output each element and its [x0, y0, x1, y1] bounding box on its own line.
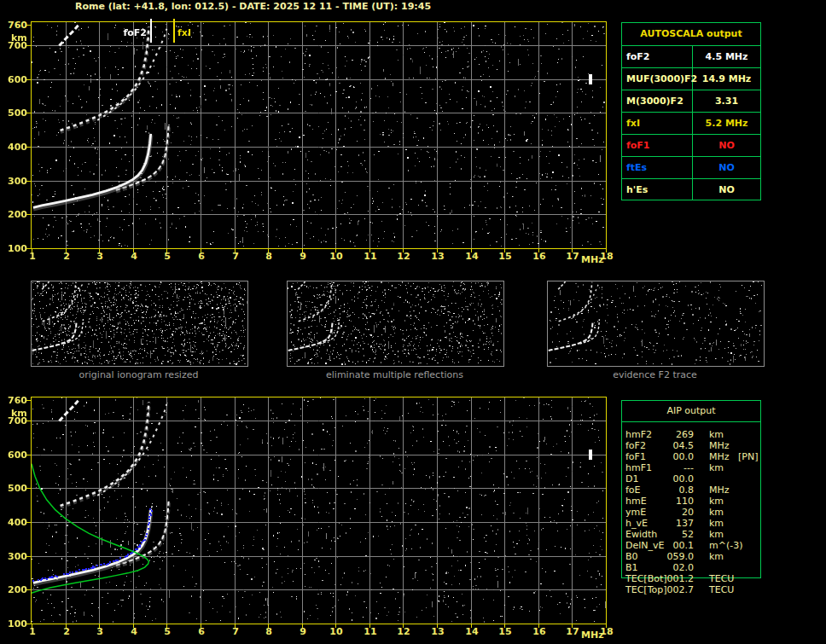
y-axis-tick-label: 760: [0, 396, 27, 405]
aip-row-value: 00.0: [647, 451, 694, 462]
aip-row-B0: B0059.0km: [621, 551, 775, 562]
aip-row-value: 110: [647, 496, 694, 507]
autoscala-row-value: 5.2 MHz: [693, 113, 760, 134]
aip-row-label: hmE: [625, 496, 647, 507]
x-axis-tick: [403, 249, 404, 252]
autoscala-row-label: foF1: [622, 135, 693, 156]
y-axis-tick-label: 400: [0, 142, 27, 152]
autoscala-row-value: 14.9 MHz: [693, 68, 760, 90]
y-axis-tick: [26, 45, 31, 46]
aip-row-foE: foE0.8MHz: [621, 484, 775, 496]
aip-row-hmF1: hmF1---km: [621, 462, 775, 473]
y-axis-tick: [26, 455, 31, 455]
x-axis-unit-label: MHz: [581, 255, 604, 264]
x-axis-tick: [235, 249, 236, 252]
y-axis-tick-label: 500: [0, 484, 27, 493]
thumbnail-eliminate-reflections: [287, 281, 504, 367]
aip-row-label: ymE: [625, 507, 646, 518]
thumbnail-caption-evidence: evidence F2 trace: [546, 370, 764, 380]
autoscala-row-MUF3000F2: MUF(3000)F214.9 MHz: [622, 67, 760, 90]
x-axis-tick-label: 13: [428, 627, 447, 636]
y-axis-tick-label: 200: [0, 210, 27, 219]
marker-label-fxI: fxI: [177, 28, 191, 38]
aip-row-unit: TECU: [709, 573, 734, 584]
aip-row-Ewidth: Ewidth52km: [621, 529, 775, 540]
autoscala-row-label: fxI: [622, 113, 693, 134]
x-axis-tick-label: 9: [294, 627, 312, 636]
x-axis-tick-label: 11: [361, 252, 380, 261]
autoscala-row-value: NO: [693, 157, 760, 178]
aip-row-label: h_vE: [625, 518, 648, 529]
aip-row-unit: TECU: [709, 584, 734, 595]
aip-row-hmF2: hmF2269km: [621, 429, 775, 440]
y-axis-tick: [26, 147, 31, 148]
aip-row-value: ---: [647, 462, 694, 473]
aip-row-value: 059.0: [647, 551, 694, 562]
autoscala-row-foF2: foF24.5 MHz: [622, 45, 760, 67]
x-axis-tick-label: 15: [496, 252, 515, 261]
aip-row-label: foF1: [625, 451, 646, 462]
x-axis-tick: [166, 249, 167, 252]
x-axis-tick-label: 5: [158, 252, 177, 261]
y-axis-tick: [26, 589, 31, 590]
marker-line-fxI: [173, 19, 175, 43]
autoscala-row-hEs: h'EsNO: [622, 178, 760, 200]
aip-row-value: 20: [647, 507, 694, 518]
aip-row-unit: MHz: [709, 451, 730, 462]
x-axis-tick-label: 13: [428, 252, 447, 261]
y-axis-tick: [26, 113, 31, 113]
autoscala-row-label: M(3000)F2: [622, 90, 693, 112]
x-axis-tick: [606, 249, 607, 252]
x-axis-tick: [133, 249, 134, 252]
autoscala-output-table: AUTOSCALA output foF24.5 MHzMUF(3000)F21…: [621, 22, 761, 200]
autoscala-row-label: ftEs: [622, 157, 693, 178]
aip-row-extra: [PN]: [738, 451, 758, 462]
x-axis-tick-label: 6: [192, 627, 211, 636]
aip-row-value: 001.2: [647, 573, 694, 584]
x-axis-tick: [133, 624, 134, 628]
x-axis-tick: [606, 624, 607, 628]
aip-row-hvE: h_vE137km: [621, 518, 775, 529]
x-axis-tick-label: 7: [226, 627, 245, 636]
autoscala-window: Rome (lat: +41.8, lon: 012.5) - DATE: 20…: [0, 0, 826, 644]
marker-line-foF2: [150, 19, 152, 43]
y-axis-tick: [26, 248, 31, 249]
y-axis-tick: [26, 522, 31, 523]
x-axis-tick-label: 2: [57, 252, 76, 261]
x-axis-tick: [66, 249, 67, 252]
x-axis-tick-label: 7: [226, 252, 245, 261]
x-axis-tick: [32, 624, 32, 628]
x-axis-tick-label: 11: [361, 627, 380, 636]
x-axis-tick-label: 10: [327, 252, 346, 261]
aip-row-foF1: foF100.0MHz[PN]: [621, 451, 775, 462]
x-axis-tick-label: 1: [23, 252, 42, 261]
x-axis-tick: [403, 624, 404, 628]
x-axis-tick: [201, 249, 201, 252]
x-axis-tick-label: 4: [125, 627, 143, 636]
autoscala-row-foF1: foF1NO: [622, 134, 760, 156]
ionogram-plot-top: 760700600500400300200100km12345678910111…: [31, 21, 607, 249]
y-axis-unit-label: km: [11, 33, 27, 43]
x-axis-tick-label: 3: [90, 627, 109, 636]
aip-row-label: B0: [625, 551, 638, 562]
y-axis-unit-label: km: [11, 409, 27, 418]
aip-row-value: 0.8: [647, 484, 694, 496]
x-axis-tick: [335, 624, 336, 628]
y-axis-tick-label: 760: [0, 20, 27, 30]
x-axis-tick: [437, 624, 438, 628]
aip-row-B1: B102.0: [621, 562, 775, 573]
y-axis-tick: [26, 25, 31, 26]
x-axis-tick: [437, 249, 438, 252]
x-axis-unit-label: MHz: [581, 630, 604, 640]
thumbnail-caption-original: original ionogram resized: [30, 370, 247, 380]
top-ionogram-canvas: [32, 22, 606, 248]
y-axis-tick: [26, 79, 31, 80]
autoscala-table-title: AUTOSCALA output: [622, 23, 760, 45]
marker-label-foF2: foF2: [111, 28, 147, 38]
x-axis-tick-label: 12: [394, 252, 413, 261]
autoscala-row-value: NO: [693, 179, 760, 200]
aip-row-TECBot: TEC[Bot]001.2TECU: [621, 573, 775, 584]
x-axis-tick: [369, 624, 370, 628]
thumbnail-eliminate-canvas: [288, 281, 503, 366]
x-axis-tick: [302, 624, 303, 628]
